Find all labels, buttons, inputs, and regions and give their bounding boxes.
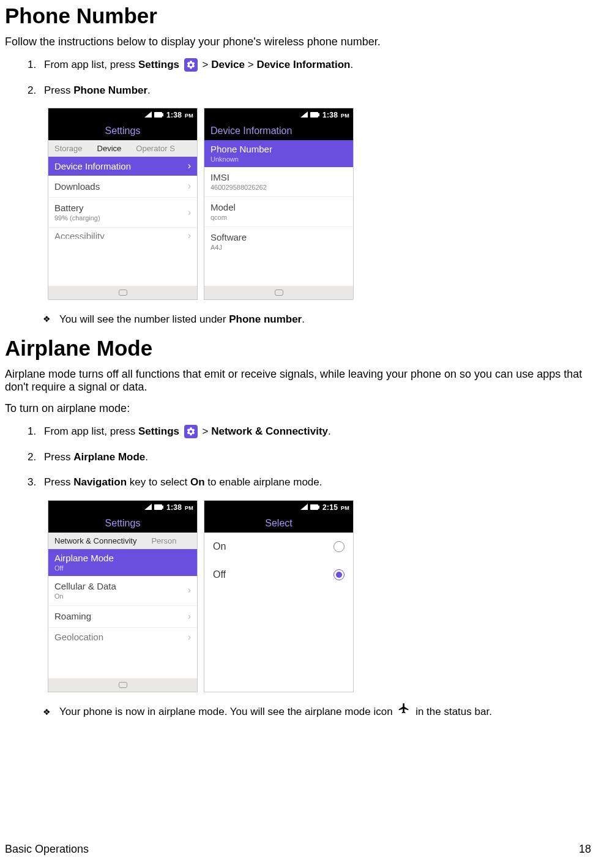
radio-unchecked-icon [333, 541, 345, 552]
nav-pill-icon [119, 682, 127, 688]
step-2: Press Airplane Mode. [39, 449, 591, 465]
text: > [203, 425, 212, 437]
step-1: From app list, press Settings > Network … [39, 424, 591, 440]
text: . [350, 59, 353, 70]
row-title: Accessibility [54, 231, 105, 239]
text: > [203, 59, 212, 70]
status-bar: 1:38 PM [48, 108, 197, 122]
svg-rect-10 [310, 504, 318, 510]
footer-page-number: 18 [579, 843, 591, 856]
note-airplane-mode: Your phone is now in airplane mode. You … [43, 703, 591, 721]
row-title: Battery [54, 203, 84, 213]
row-roaming[interactable]: Roaming › [48, 606, 197, 628]
status-bar: 1:38 PM [48, 501, 197, 514]
bold-device: Device [211, 59, 245, 70]
time-value: 1:38 [322, 111, 338, 119]
battery-icon [154, 503, 164, 512]
row-device-information[interactable]: Device Information › [48, 157, 197, 176]
row-airplane-mode[interactable]: Airplane Mode Off [48, 549, 197, 576]
signal-icon [300, 503, 308, 512]
step-3: Press Navigation key to select On to ena… [39, 474, 591, 490]
status-time: 2:15 PM [322, 503, 349, 512]
row-accessibility[interactable]: Accessibility › [48, 228, 197, 239]
bold-airplane-mode: Airplane Mode [73, 451, 145, 463]
tabs: Storage Device Operator S [48, 140, 197, 157]
svg-rect-1 [154, 112, 162, 118]
row-title: Downloads [54, 181, 100, 192]
tab-network[interactable]: Network & Connectivity [54, 536, 136, 545]
row-downloads[interactable]: Downloads › [48, 176, 197, 198]
svg-marker-0 [144, 111, 152, 118]
row-title: Geolocation [54, 632, 103, 642]
signal-icon [300, 111, 308, 119]
battery-icon [154, 111, 164, 119]
row-cellular-data[interactable]: Cellular & Data On › [48, 576, 197, 606]
option-off[interactable]: Off [204, 561, 353, 589]
text: key to select [127, 476, 190, 488]
chevron-right-icon: › [188, 230, 191, 239]
status-bar: 2:15 PM [204, 501, 353, 514]
row-sub: On [54, 593, 116, 600]
row-sub: qcom [210, 214, 236, 221]
tab-operator[interactable]: Operator S [136, 144, 175, 153]
lead-phone-number: Follow the instructions below to display… [5, 36, 591, 48]
row-software: Software A4J [204, 227, 353, 256]
text: Press [44, 451, 73, 463]
svg-rect-5 [318, 113, 319, 116]
nav-bar [48, 286, 197, 299]
status-time: 1:38 PM [322, 111, 349, 119]
svg-rect-11 [318, 506, 319, 509]
chevron-right-icon: › [188, 181, 191, 192]
sublead-airplane-mode: To turn on airplane mode: [5, 402, 591, 415]
time-value: 2:15 [322, 503, 338, 512]
option-label: Off [213, 569, 226, 580]
phone-device-information: 1:38 PM Device Information Phone Number … [204, 108, 354, 300]
status-bar: 1:38 PM [204, 108, 353, 122]
time-ampm: PM [341, 505, 349, 511]
airplane-icon [398, 702, 410, 719]
tab-storage[interactable]: Storage [54, 144, 83, 153]
signal-icon [144, 503, 152, 512]
row-battery[interactable]: Battery 99% (charging) › [48, 198, 197, 228]
row-title: Airplane Mode [54, 553, 114, 563]
row-sub: Unknown [210, 155, 272, 163]
text: . [302, 313, 305, 325]
lead-airplane-mode: Airplane mode turns off all functions th… [5, 368, 591, 394]
phone-select-airplane: 2:15 PM Select On Off [204, 500, 354, 692]
row-sub: 99% (charging) [54, 214, 100, 222]
bold-phone-number: Phone Number [73, 84, 147, 96]
row-title: Roaming [54, 611, 91, 621]
time-ampm: PM [185, 505, 193, 511]
row-phone-number[interactable]: Phone Number Unknown [204, 140, 353, 167]
bold-settings: Settings [138, 59, 179, 70]
row-geolocation[interactable]: Geolocation › [48, 628, 197, 642]
row-title: IMSI [210, 172, 229, 182]
note-item: You will see the number listed under Pho… [43, 311, 591, 327]
time-value: 1:38 [166, 503, 182, 512]
status-time: 1:38 PM [166, 503, 193, 512]
option-on[interactable]: On [204, 533, 353, 561]
settings-icon [184, 425, 198, 438]
svg-rect-7 [154, 504, 162, 510]
row-sub: A4J [210, 244, 247, 251]
tab-device[interactable]: Device [97, 144, 122, 153]
time-ampm: PM [341, 113, 349, 119]
signal-icon [144, 111, 152, 119]
text: You will see the number listed under [59, 313, 229, 325]
step-1: From app list, press Settings > Device >… [39, 57, 591, 73]
svg-marker-6 [144, 504, 152, 510]
nav-bar [48, 678, 197, 692]
svg-rect-2 [162, 113, 163, 116]
bold-on: On [190, 476, 205, 488]
airplane-mode-steps: From app list, press Settings > Network … [39, 424, 591, 490]
screen-header: Settings [48, 514, 197, 533]
screenshots-airplane-mode: 1:38 PM Settings Network & Connectivity … [48, 500, 591, 692]
text: From app list, press [44, 59, 138, 70]
chevron-right-icon: › [188, 160, 191, 171]
text: . [145, 451, 148, 463]
row-imsi: IMSI 460029588026262 [204, 167, 353, 197]
screen-header: Device Information [204, 122, 353, 140]
tab-person[interactable]: Person [151, 536, 176, 545]
bold-network: Network & Connectivity [211, 425, 328, 437]
text: From app list, press [44, 425, 138, 437]
